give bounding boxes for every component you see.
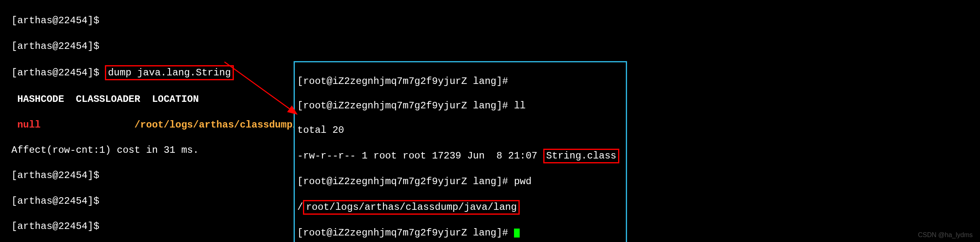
- prompt: [root@iZ2zegnhjmq7m7g2f9yjurZ lang]#: [297, 227, 514, 238]
- prompt: [arthas@22454]$: [11, 170, 99, 181]
- pwd-output: root/logs/arthas/classdump/java/lang: [306, 202, 516, 213]
- prompt: [arthas@22454]$: [11, 41, 99, 52]
- prompt: [root@iZ2zegnhjmq7m7g2f9yjurZ lang]#: [297, 76, 508, 87]
- path-slash: /: [297, 202, 303, 213]
- file-name: String.class: [546, 150, 616, 161]
- ll-command: ll: [514, 100, 526, 111]
- prompt: [root@iZ2zegnhjmq7m7g2f9yjurZ lang]#: [297, 100, 514, 111]
- prompt: [root@iZ2zegnhjmq7m7g2f9yjurZ lang]#: [297, 176, 514, 187]
- table-header: HASHCODE CLASSLOADER LOCATION: [11, 94, 199, 105]
- prompt: [arthas@22454]$: [11, 196, 99, 207]
- partial-line: [arthas@22454]$: [11, 15, 105, 26]
- watermark: CSDN @ha_lydms: [918, 231, 973, 240]
- total-line: total 20: [297, 125, 344, 136]
- pwd-command: pwd: [514, 176, 531, 187]
- file-highlight: String.class: [543, 149, 619, 163]
- prompt: [arthas@22454]$: [11, 67, 99, 78]
- dump-command: dump java.lang.String: [108, 67, 231, 78]
- file-perms: -rw-r--r-- 1 root root 17239 Jun 8 21:07: [297, 150, 543, 161]
- pwd-highlight: root/logs/arthas/classdump/java/lang: [303, 200, 519, 215]
- prompt: [arthas@22454]$: [11, 221, 99, 232]
- right-terminal[interactable]: [root@iZ2zegnhjmq7m7g2f9yjurZ lang]# [ro…: [294, 61, 627, 242]
- dump-command-highlight: dump java.lang.String: [105, 65, 233, 80]
- affect-line: Affect(row-cnt:1) cost in 31 ms.: [11, 145, 199, 156]
- cursor: [514, 229, 520, 238]
- hashcode-null: null: [11, 119, 41, 130]
